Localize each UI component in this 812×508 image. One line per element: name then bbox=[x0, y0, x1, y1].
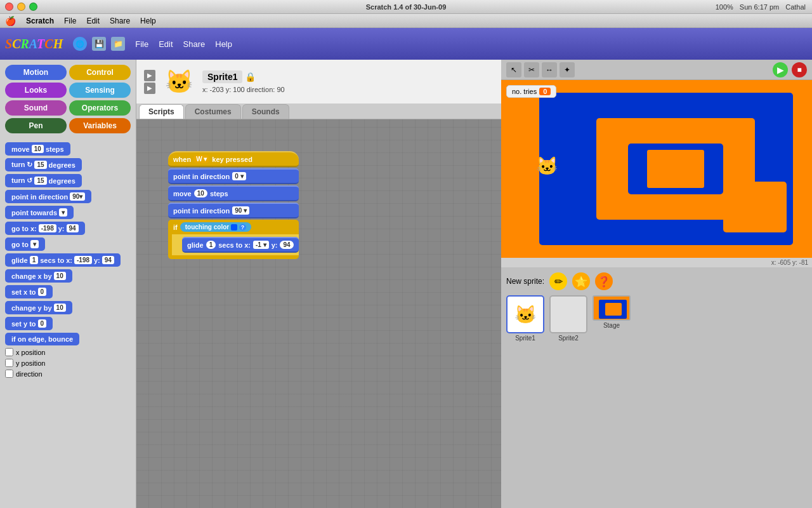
sprite-item-2[interactable]: Sprite2 bbox=[549, 295, 587, 342]
menu-help-scratch[interactable]: Help bbox=[215, 39, 232, 49]
block-move[interactable]: move 10 steps bbox=[5, 142, 70, 156]
battery-status: 100% bbox=[716, 3, 733, 11]
tries-label: no. tries bbox=[512, 88, 537, 95]
menu-file[interactable]: File bbox=[64, 17, 76, 25]
scratch-menus: File Edit Share Help bbox=[135, 39, 232, 49]
tab-costumes[interactable]: Costumes bbox=[185, 104, 241, 119]
block-point-dir-90[interactable]: point in direction 90 ▾ bbox=[168, 203, 299, 218]
script-tabs: Scripts Costumes Sounds bbox=[136, 104, 501, 119]
scratch-main: Motion Control Looks Sensing Sound Opera… bbox=[0, 60, 812, 508]
category-sound[interactable]: Sound bbox=[5, 100, 67, 116]
category-control[interactable]: Control bbox=[69, 65, 131, 80]
menu-share[interactable]: Share bbox=[110, 17, 130, 25]
system-menubar: 🍎 Scratch File Edit Share Help bbox=[0, 14, 812, 28]
pointer-tool[interactable]: ↖ bbox=[506, 62, 521, 77]
tries-value: 0 bbox=[539, 88, 551, 95]
stage-item[interactable]: Stage bbox=[593, 295, 631, 342]
red-stop-button[interactable]: ■ bbox=[792, 62, 807, 77]
sprite-nav-down[interactable]: ▶ bbox=[144, 83, 155, 94]
block-glide-inner[interactable]: glide 1 secs to x: -1 ▾ y: 94 bbox=[182, 237, 299, 253]
sprite-nav-up[interactable]: ▶ bbox=[144, 70, 155, 81]
block-if-header[interactable]: if touching color ? bbox=[168, 220, 299, 234]
blocks-panel: Motion Control Looks Sensing Sound Opera… bbox=[0, 60, 136, 508]
block-glide[interactable]: glide 1 secs to x: -198 y: 94 bbox=[5, 253, 121, 267]
scratch-logo: SCRATCH bbox=[5, 37, 63, 51]
maze-svg: 🐱 bbox=[501, 80, 812, 258]
tab-sounds[interactable]: Sounds bbox=[242, 104, 289, 119]
grow-tool[interactable]: ↔ bbox=[542, 62, 557, 77]
shrink-tool[interactable]: ✦ bbox=[560, 62, 575, 77]
menu-edit[interactable]: Edit bbox=[86, 17, 100, 25]
block-turn-ccw[interactable]: turn ↺ 15 degrees bbox=[5, 174, 82, 187]
block-point-towards[interactable]: point towards ▾ bbox=[5, 206, 74, 219]
category-buttons: Motion Control Looks Sensing Sound Opera… bbox=[0, 60, 136, 138]
folder-button[interactable]: 📁 bbox=[111, 37, 125, 51]
stage-tools: ↖ ✂ ↔ ✦ bbox=[506, 62, 575, 77]
scratch-window: SCRATCH 🌐 💾 📁 File Edit Share Help Motio… bbox=[0, 28, 812, 508]
category-sensing[interactable]: Sensing bbox=[69, 83, 131, 98]
paint-sprite-button[interactable]: ✏ bbox=[549, 272, 567, 290]
stage-toolbar: ↖ ✂ ↔ ✦ ▶ ■ bbox=[501, 60, 812, 80]
tab-scripts[interactable]: Scripts bbox=[139, 104, 184, 119]
menu-share-scratch[interactable]: Share bbox=[183, 39, 206, 49]
block-set-x[interactable]: set x to 0 bbox=[5, 285, 53, 298]
new-sprite-label: New sprite: bbox=[506, 277, 544, 286]
block-if-footer bbox=[168, 255, 299, 259]
block-move-10[interactable]: move 10 steps bbox=[168, 185, 299, 201]
checkbox-direction[interactable]: direction bbox=[5, 370, 131, 378]
apple-menu[interactable]: 🍎 bbox=[5, 16, 16, 26]
block-edge-bounce[interactable]: if on edge, bounce bbox=[5, 333, 79, 345]
sprite-coords: x: -203 y: 100 direction: 90 bbox=[202, 86, 494, 93]
globe-button[interactable]: 🌐 bbox=[73, 37, 87, 51]
sprite-header: ▶ ▶ 🐱 Sprite1 🔒 x: -203 y: 100 direction… bbox=[136, 60, 501, 104]
system-status: 100% Sun 6:17 pm Cathal bbox=[716, 3, 806, 11]
category-looks[interactable]: Looks bbox=[5, 83, 67, 98]
checkbox-y-position[interactable]: y position bbox=[5, 359, 131, 367]
sprite-info: Sprite1 🔒 x: -203 y: 100 direction: 90 bbox=[202, 70, 494, 93]
menu-file-scratch[interactable]: File bbox=[135, 39, 148, 49]
block-goto-xy[interactable]: go to x: -198 y: 94 bbox=[5, 222, 85, 235]
stage-coords: x: -605 y: -81 bbox=[501, 258, 812, 267]
green-flag-button[interactable]: ▶ bbox=[773, 62, 788, 77]
username: Cathal bbox=[785, 3, 806, 11]
block-change-y[interactable]: change y by 10 bbox=[5, 301, 72, 314]
maximize-button[interactable] bbox=[29, 3, 37, 11]
menu-help[interactable]: Help bbox=[140, 17, 156, 25]
block-point-dir[interactable]: point in direction 90▾ bbox=[5, 190, 91, 203]
tries-badge: no. tries 0 bbox=[506, 85, 556, 98]
category-pen[interactable]: Pen bbox=[5, 118, 67, 133]
window-controls bbox=[5, 3, 37, 11]
app-menu-name[interactable]: Scratch bbox=[26, 17, 54, 25]
sprite2-thumbnail bbox=[549, 295, 587, 333]
sprite-item-1[interactable]: 🐱 Sprite1 bbox=[506, 295, 544, 342]
checkbox-x-position[interactable]: x position bbox=[5, 348, 131, 356]
block-set-y[interactable]: set y to 0 bbox=[5, 317, 53, 330]
random-sprite-button[interactable]: ❓ bbox=[595, 272, 613, 290]
block-change-x[interactable]: change x by 10 bbox=[5, 269, 72, 283]
sprites-area: New sprite: ✏ ⭐ ❓ 🐱 Sprite1 bbox=[501, 267, 812, 508]
center-panel: ▶ ▶ 🐱 Sprite1 🔒 x: -203 y: 100 direction… bbox=[136, 60, 501, 508]
photo-sprite-button[interactable]: ⭐ bbox=[572, 272, 590, 290]
save-button[interactable]: 💾 bbox=[92, 37, 106, 51]
clock: Sun 6:17 pm bbox=[740, 3, 779, 11]
block-goto[interactable]: go to ▾ bbox=[5, 237, 45, 251]
block-if-container: if touching color ? glide 1 secs t bbox=[168, 220, 299, 259]
menu-edit-scratch[interactable]: Edit bbox=[159, 39, 173, 49]
script-stack: when W ▾ key pressed point in direction … bbox=[168, 151, 299, 259]
close-button[interactable] bbox=[5, 3, 13, 11]
category-variables[interactable]: Variables bbox=[69, 118, 131, 133]
block-point-dir-0[interactable]: point in direction 0 ▾ bbox=[168, 168, 299, 184]
sprite-thumbnail: 🐱 bbox=[163, 66, 195, 98]
block-turn-cw[interactable]: turn ↻ 15 degrees bbox=[5, 158, 82, 171]
scripts-area[interactable]: when W ▾ key pressed point in direction … bbox=[136, 119, 501, 508]
lock-icon: 🔒 bbox=[245, 72, 256, 82]
block-when-key[interactable]: when W ▾ key pressed bbox=[168, 151, 299, 167]
category-operators[interactable]: Operators bbox=[69, 100, 131, 116]
sprite-nav: ▶ ▶ bbox=[144, 70, 155, 94]
stage-view: 🐱 no. tries 0 bbox=[501, 80, 812, 258]
minimize-button[interactable] bbox=[17, 3, 25, 11]
category-motion[interactable]: Motion bbox=[5, 65, 67, 80]
svg-rect-4 bbox=[647, 150, 704, 188]
stamp-tool[interactable]: ✂ bbox=[524, 62, 539, 77]
stage-label: Stage bbox=[603, 322, 620, 329]
